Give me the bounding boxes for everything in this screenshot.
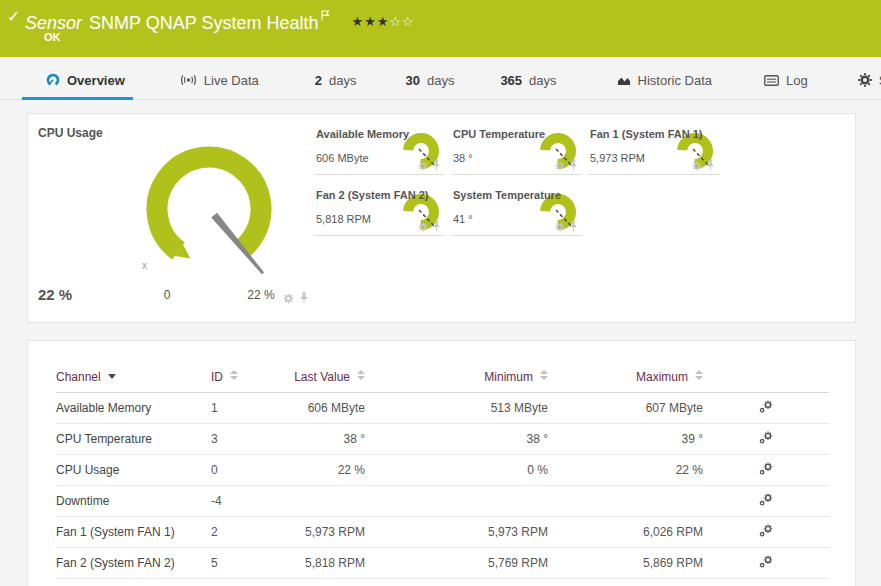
priority-stars[interactable]: ★★★☆☆ bbox=[351, 14, 414, 29]
edit-channel-icon[interactable] bbox=[759, 555, 773, 568]
cell-maximum: 6,026 RPM bbox=[548, 517, 703, 548]
cell-id: 2 bbox=[211, 517, 289, 548]
primary-gauge-title: CPU Usage bbox=[38, 126, 103, 140]
channel-gear-icon[interactable] bbox=[418, 161, 428, 171]
cell-id: 0 bbox=[211, 455, 289, 486]
column-header-maximum[interactable]: Maximum bbox=[548, 361, 703, 393]
tab-overview[interactable]: Overview bbox=[46, 61, 125, 99]
cell-id: 4 bbox=[211, 579, 289, 586]
channel-gear-icon[interactable] bbox=[283, 293, 294, 304]
tile-channel-name: System Temperature bbox=[453, 189, 561, 201]
cell-last-value: 5,818 RPM bbox=[289, 548, 365, 579]
tab-overview-label: Overview bbox=[67, 73, 125, 88]
channel-gear-icon[interactable] bbox=[555, 161, 565, 171]
channel-row: Available Memory 1 606 MByte 513 MByte 6… bbox=[56, 393, 829, 424]
cell-channel: Fan 2 (System FAN 2) bbox=[56, 548, 211, 579]
log-icon bbox=[764, 75, 779, 86]
cell-channel: System Temperature bbox=[56, 579, 211, 586]
gauges-panel: CPU Usage x 22 % 0 22 % Available Memory… bbox=[27, 113, 856, 323]
channel-gear-icon[interactable] bbox=[418, 222, 428, 232]
small-gauges: Available Memory 606 MByte CPU Temperatu… bbox=[314, 114, 851, 236]
gauge-tile: Fan 2 (System FAN 2) 5,818 RPM bbox=[314, 187, 445, 236]
cell-last-value bbox=[289, 486, 365, 517]
cell-maximum: 41 ° bbox=[548, 579, 703, 586]
cell-maximum: 39 ° bbox=[548, 424, 703, 455]
status-ok-check-icon: ✓ bbox=[7, 7, 20, 26]
pin-icon[interactable] bbox=[706, 160, 715, 171]
cell-last-value: 41 ° bbox=[289, 579, 365, 586]
tile-channel-name: Available Memory bbox=[316, 128, 409, 140]
page-title: SNMP QNAP System Health bbox=[89, 13, 318, 33]
gauge-scale-min: 0 bbox=[156, 288, 178, 302]
column-header-minimum[interactable]: Minimum bbox=[365, 361, 548, 393]
tab-365-days[interactable]: 365days bbox=[500, 61, 556, 99]
tile-channel-value: 5,973 RPM bbox=[590, 152, 645, 164]
flag-icon[interactable] bbox=[321, 5, 330, 26]
cell-channel: Available Memory bbox=[56, 393, 211, 424]
column-header-actions bbox=[703, 361, 829, 393]
edit-channel-icon[interactable] bbox=[759, 462, 773, 475]
column-header-channel[interactable]: Channel bbox=[56, 361, 211, 393]
tab-live-data[interactable]: Live Data bbox=[180, 61, 259, 99]
cell-minimum: 5,973 RPM bbox=[365, 517, 548, 548]
gauge-axis-label: x bbox=[142, 260, 147, 271]
tab-live-data-label: Live Data bbox=[204, 73, 259, 88]
channel-row: CPU Temperature 3 38 ° 38 ° 39 ° bbox=[56, 424, 829, 455]
pin-icon[interactable] bbox=[299, 292, 309, 304]
cell-minimum: 0 % bbox=[365, 455, 548, 486]
cell-channel: CPU Temperature bbox=[56, 424, 211, 455]
column-header-id[interactable]: ID bbox=[211, 361, 289, 393]
cell-minimum bbox=[365, 486, 548, 517]
table-header-row: Channel ID Last Value Minimum Maximum bbox=[56, 361, 829, 393]
tile-channel-name: CPU Temperature bbox=[453, 128, 545, 140]
channels-table: Channel ID Last Value Minimum Maximum Av… bbox=[56, 361, 829, 586]
gauge-tile: System Temperature 41 ° bbox=[451, 187, 582, 236]
gear-icon bbox=[858, 73, 872, 87]
pin-icon[interactable] bbox=[432, 160, 441, 171]
sort-icon bbox=[230, 370, 238, 380]
tab-historic-data-label: Historic Data bbox=[638, 73, 712, 88]
tile-channel-value: 606 MByte bbox=[316, 152, 369, 164]
pin-icon[interactable] bbox=[569, 160, 578, 171]
column-header-last-value[interactable]: Last Value bbox=[289, 361, 365, 393]
tile-channel-name: Fan 2 (System FAN 2) bbox=[316, 189, 428, 201]
sort-icon bbox=[540, 370, 548, 380]
edit-channel-icon[interactable] bbox=[759, 493, 773, 506]
cell-maximum: 22 % bbox=[548, 455, 703, 486]
pin-icon[interactable] bbox=[569, 221, 578, 232]
tile-channel-value: 38 ° bbox=[453, 152, 473, 164]
tab-2-days[interactable]: 2days bbox=[315, 61, 357, 99]
cell-id: 1 bbox=[211, 393, 289, 424]
sort-icon bbox=[695, 370, 703, 380]
status-badge: OK bbox=[44, 31, 61, 43]
cell-last-value: 606 MByte bbox=[289, 393, 365, 424]
cell-maximum bbox=[548, 486, 703, 517]
object-kind-label: Sensor bbox=[25, 13, 82, 33]
edit-channel-icon[interactable] bbox=[759, 524, 773, 537]
cell-id: 5 bbox=[211, 548, 289, 579]
tab-bar: Overview Live Data 2days 30days 365days … bbox=[0, 61, 881, 100]
tile-channel-name: Fan 1 (System FAN 1) bbox=[590, 128, 702, 140]
cell-minimum: 41 ° bbox=[365, 579, 548, 586]
cell-maximum: 5,869 RPM bbox=[548, 548, 703, 579]
tab-log-label: Log bbox=[786, 73, 808, 88]
tab-historic-data[interactable]: Historic Data bbox=[617, 61, 712, 99]
priority-stars-empty: ☆☆ bbox=[389, 14, 414, 29]
channel-gear-icon[interactable] bbox=[555, 222, 565, 232]
gauge-icon bbox=[46, 73, 60, 87]
tile-channel-value: 5,818 RPM bbox=[316, 213, 371, 225]
channel-gear-icon[interactable] bbox=[692, 161, 702, 171]
cell-channel: CPU Usage bbox=[56, 455, 211, 486]
edit-channel-icon[interactable] bbox=[759, 400, 773, 413]
cpu-usage-gauge bbox=[123, 130, 295, 292]
cell-last-value: 5,973 RPM bbox=[289, 517, 365, 548]
pin-icon[interactable] bbox=[432, 221, 441, 232]
tab-30-days[interactable]: 30days bbox=[405, 61, 454, 99]
edit-channel-icon[interactable] bbox=[759, 431, 773, 444]
cell-channel: Downtime bbox=[56, 486, 211, 517]
cell-maximum: 607 MByte bbox=[548, 393, 703, 424]
cell-minimum: 513 MByte bbox=[365, 393, 548, 424]
tab-log[interactable]: Log bbox=[764, 61, 808, 99]
cell-last-value: 38 ° bbox=[289, 424, 365, 455]
tab-settings[interactable]: Settings bbox=[858, 61, 881, 99]
